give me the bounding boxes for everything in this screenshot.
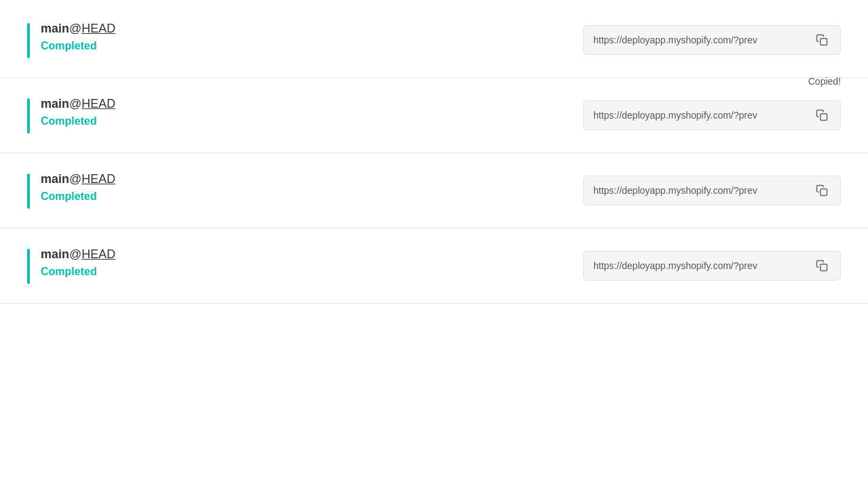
at-symbol: @ [69,247,81,261]
svg-rect-3 [821,264,827,271]
at-symbol: @ [69,172,81,186]
url-box: https://deployapp.myshopify.com/?prev [583,25,841,55]
deployment-info: main@HEAD Completed [41,172,115,203]
deployment-url: https://deployapp.myshopify.com/?prev [593,110,808,121]
deployment-info: main@HEAD Completed [41,97,115,127]
branch-name: main [41,247,69,261]
deployment-list: main@HEAD Completed https://deployapp.my… [0,0,868,304]
deployment-url: https://deployapp.myshopify.com/?prev [593,35,808,45]
deployment-url: https://deployapp.myshopify.com/?prev [593,260,808,271]
deployment-left: main@HEAD Completed [27,22,115,58]
url-box: https://deployapp.myshopify.com/?prev [583,176,841,205]
deployment-branch: main@HEAD [41,22,115,36]
at-symbol: @ [69,22,81,35]
branch-name: main [41,172,69,186]
deployment-info: main@HEAD Completed [41,22,115,52]
deployment-left: main@HEAD Completed [27,97,115,134]
copied-tooltip: Copied! [808,76,841,87]
copy-url-button[interactable] [813,182,831,199]
deployment-left: main@HEAD Completed [27,172,115,209]
deployment-right: Copied! https://deployapp.myshopify.com/… [583,100,841,130]
status-indicator-bar [27,23,30,58]
deployment-branch: main@HEAD [41,97,115,111]
copy-icon [816,109,828,121]
deployment-item: main@HEAD Completed https://deployapp.my… [0,228,868,304]
url-box: https://deployapp.myshopify.com/?prev [583,100,841,130]
ref-link[interactable]: HEAD [81,97,115,110]
deployment-status: Completed [41,115,115,127]
svg-rect-1 [821,114,827,121]
deployment-item: main@HEAD Completed Copied! https://depl… [0,78,868,153]
ref-link[interactable]: HEAD [81,22,115,35]
copy-icon [816,184,828,197]
deployment-item: main@HEAD Completed https://deployapp.my… [0,0,868,78]
ref-link[interactable]: HEAD [81,247,115,261]
deployment-url: https://deployapp.myshopify.com/?prev [593,185,808,196]
deployment-status: Completed [41,40,115,52]
status-indicator-bar [27,249,30,284]
deployment-branch: main@HEAD [41,247,115,262]
copy-icon [816,34,828,46]
deployment-item: main@HEAD Completed https://deployapp.my… [0,153,868,228]
copy-icon [816,260,828,272]
deployment-info: main@HEAD Completed [41,247,115,278]
branch-name: main [41,97,69,110]
deployment-right: https://deployapp.myshopify.com/?prev [583,251,841,281]
svg-rect-0 [821,39,827,45]
deployment-status: Completed [41,190,115,203]
copy-url-button[interactable] [813,31,831,49]
ref-link[interactable]: HEAD [81,172,115,186]
deployment-right: https://deployapp.myshopify.com/?prev [583,176,841,205]
deployment-right: https://deployapp.myshopify.com/?prev [583,25,841,55]
deployment-status: Completed [41,266,115,278]
status-indicator-bar [27,174,30,209]
branch-name: main [41,22,69,35]
deployment-left: main@HEAD Completed [27,247,115,284]
at-symbol: @ [69,97,81,110]
url-box: https://deployapp.myshopify.com/?prev [583,251,841,281]
status-indicator-bar [27,98,30,134]
svg-rect-2 [821,189,827,196]
deployment-branch: main@HEAD [41,172,115,186]
copy-url-button[interactable] [813,106,831,124]
copy-url-button[interactable] [813,257,831,274]
